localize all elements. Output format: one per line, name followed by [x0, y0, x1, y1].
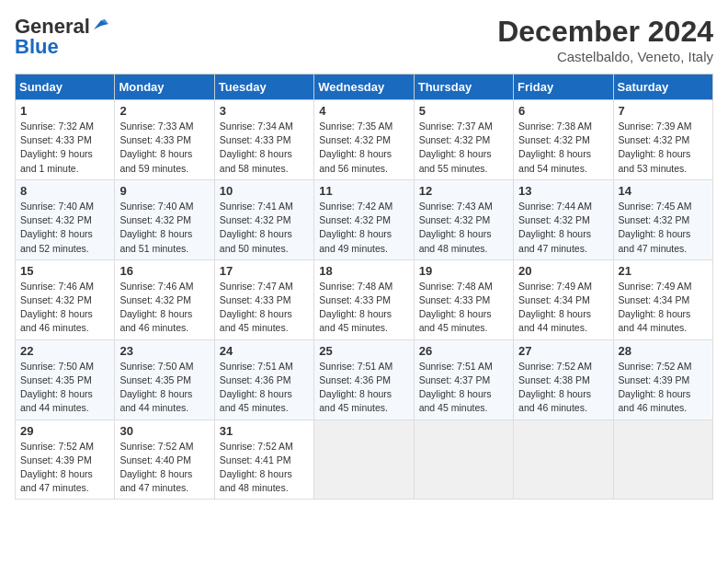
- day-number: 7: [619, 104, 708, 118]
- calendar-header-row: SundayMondayTuesdayWednesdayThursdayFrid…: [16, 75, 713, 100]
- day-number: 16: [119, 264, 209, 278]
- day-number: 3: [220, 104, 309, 118]
- calendar-cell: 25Sunrise: 7:51 AMSunset: 4:36 PMDayligh…: [314, 339, 414, 419]
- calendar-cell: [314, 419, 414, 500]
- cell-details: Sunrise: 7:40 AMSunset: 4:32 PMDaylight:…: [20, 201, 94, 254]
- day-number: 11: [319, 184, 408, 198]
- cell-details: Sunrise: 7:44 AMSunset: 4:32 PMDaylight:…: [518, 201, 592, 254]
- cell-details: Sunrise: 7:40 AMSunset: 4:32 PMDaylight:…: [119, 201, 193, 254]
- calendar-cell: 24Sunrise: 7:51 AMSunset: 4:36 PMDayligh…: [214, 339, 313, 419]
- cell-details: Sunrise: 7:42 AMSunset: 4:32 PMDaylight:…: [319, 201, 392, 254]
- calendar-body: 1Sunrise: 7:32 AMSunset: 4:33 PMDaylight…: [16, 100, 713, 500]
- day-number: 6: [518, 104, 608, 118]
- calendar-cell: 22Sunrise: 7:50 AMSunset: 4:35 PMDayligh…: [16, 339, 115, 419]
- header-sunday: Sunday: [16, 75, 115, 100]
- day-number: 24: [220, 344, 309, 358]
- cell-details: Sunrise: 7:52 AMSunset: 4:40 PMDaylight:…: [119, 441, 193, 494]
- cell-details: Sunrise: 7:51 AMSunset: 4:37 PMDaylight:…: [419, 361, 493, 414]
- day-number: 13: [518, 184, 608, 198]
- calendar-cell: 26Sunrise: 7:51 AMSunset: 4:37 PMDayligh…: [414, 339, 513, 419]
- page-header: General Blue December 2024 Castelbaldo, …: [15, 15, 713, 64]
- calendar-week-4: 22Sunrise: 7:50 AMSunset: 4:35 PMDayligh…: [16, 339, 713, 419]
- day-number: 8: [20, 184, 109, 198]
- day-number: 19: [419, 264, 508, 278]
- calendar-cell: 29Sunrise: 7:52 AMSunset: 4:39 PMDayligh…: [16, 419, 115, 500]
- day-number: 9: [119, 184, 209, 198]
- logo-bird-icon: [92, 17, 108, 33]
- cell-details: Sunrise: 7:50 AMSunset: 4:35 PMDaylight:…: [20, 361, 94, 414]
- cell-details: Sunrise: 7:38 AMSunset: 4:32 PMDaylight:…: [518, 121, 592, 174]
- calendar-cell: 31Sunrise: 7:52 AMSunset: 4:41 PMDayligh…: [214, 419, 313, 500]
- day-number: 20: [518, 264, 608, 278]
- calendar-week-1: 1Sunrise: 7:32 AMSunset: 4:33 PMDaylight…: [16, 100, 713, 180]
- cell-details: Sunrise: 7:37 AMSunset: 4:32 PMDaylight:…: [419, 121, 493, 174]
- day-number: 15: [20, 264, 109, 278]
- day-number: 10: [220, 184, 309, 198]
- cell-details: Sunrise: 7:52 AMSunset: 4:39 PMDaylight:…: [20, 441, 94, 494]
- calendar-cell: 17Sunrise: 7:47 AMSunset: 4:33 PMDayligh…: [214, 259, 313, 339]
- calendar-cell: 5Sunrise: 7:37 AMSunset: 4:32 PMDaylight…: [414, 100, 513, 180]
- calendar-cell: 13Sunrise: 7:44 AMSunset: 4:32 PMDayligh…: [514, 179, 613, 259]
- day-number: 18: [319, 264, 408, 278]
- header-wednesday: Wednesday: [314, 75, 414, 100]
- cell-details: Sunrise: 7:52 AMSunset: 4:38 PMDaylight:…: [518, 361, 592, 414]
- day-number: 27: [518, 344, 608, 358]
- cell-details: Sunrise: 7:32 AMSunset: 4:33 PMDaylight:…: [20, 121, 94, 174]
- calendar-cell: 8Sunrise: 7:40 AMSunset: 4:32 PMDaylight…: [16, 179, 115, 259]
- calendar-cell: 1Sunrise: 7:32 AMSunset: 4:33 PMDaylight…: [16, 100, 115, 180]
- calendar-cell: 19Sunrise: 7:48 AMSunset: 4:33 PMDayligh…: [414, 259, 513, 339]
- calendar-cell: 21Sunrise: 7:49 AMSunset: 4:34 PMDayligh…: [613, 259, 712, 339]
- calendar-cell: 10Sunrise: 7:41 AMSunset: 4:32 PMDayligh…: [214, 179, 313, 259]
- calendar-cell: 2Sunrise: 7:33 AMSunset: 4:33 PMDaylight…: [115, 100, 214, 180]
- header-monday: Monday: [115, 75, 214, 100]
- cell-details: Sunrise: 7:35 AMSunset: 4:32 PMDaylight:…: [319, 121, 392, 174]
- calendar-cell: 27Sunrise: 7:52 AMSunset: 4:38 PMDayligh…: [514, 339, 613, 419]
- calendar-cell: [613, 419, 712, 500]
- calendar-cell: 30Sunrise: 7:52 AMSunset: 4:40 PMDayligh…: [115, 419, 214, 500]
- day-number: 23: [119, 344, 209, 358]
- day-number: 31: [220, 424, 309, 438]
- cell-details: Sunrise: 7:34 AMSunset: 4:33 PMDaylight:…: [220, 121, 293, 174]
- calendar-week-2: 8Sunrise: 7:40 AMSunset: 4:32 PMDaylight…: [16, 179, 713, 259]
- cell-details: Sunrise: 7:43 AMSunset: 4:32 PMDaylight:…: [419, 201, 493, 254]
- cell-details: Sunrise: 7:51 AMSunset: 4:36 PMDaylight:…: [319, 361, 392, 414]
- header-tuesday: Tuesday: [214, 75, 313, 100]
- calendar-cell: 7Sunrise: 7:39 AMSunset: 4:32 PMDaylight…: [613, 100, 712, 180]
- header-saturday: Saturday: [613, 75, 712, 100]
- day-number: 2: [119, 104, 209, 118]
- calendar-cell: 20Sunrise: 7:49 AMSunset: 4:34 PMDayligh…: [514, 259, 613, 339]
- logo: General Blue: [15, 15, 108, 59]
- calendar-cell: [414, 419, 513, 500]
- calendar-cell: 15Sunrise: 7:46 AMSunset: 4:32 PMDayligh…: [16, 259, 115, 339]
- calendar-cell: [514, 419, 613, 500]
- calendar-week-5: 29Sunrise: 7:52 AMSunset: 4:39 PMDayligh…: [16, 419, 713, 500]
- calendar-cell: 16Sunrise: 7:46 AMSunset: 4:32 PMDayligh…: [115, 259, 214, 339]
- calendar-cell: 12Sunrise: 7:43 AMSunset: 4:32 PMDayligh…: [414, 179, 513, 259]
- day-number: 29: [20, 424, 109, 438]
- cell-details: Sunrise: 7:48 AMSunset: 4:33 PMDaylight:…: [419, 281, 493, 334]
- calendar-cell: 3Sunrise: 7:34 AMSunset: 4:33 PMDaylight…: [214, 100, 313, 180]
- day-number: 5: [419, 104, 508, 118]
- calendar-cell: 14Sunrise: 7:45 AMSunset: 4:32 PMDayligh…: [613, 179, 712, 259]
- cell-details: Sunrise: 7:39 AMSunset: 4:32 PMDaylight:…: [619, 121, 692, 174]
- cell-details: Sunrise: 7:51 AMSunset: 4:36 PMDaylight:…: [220, 361, 293, 414]
- day-number: 4: [319, 104, 408, 118]
- cell-details: Sunrise: 7:52 AMSunset: 4:41 PMDaylight:…: [220, 441, 293, 494]
- day-number: 22: [20, 344, 109, 358]
- cell-details: Sunrise: 7:50 AMSunset: 4:35 PMDaylight:…: [119, 361, 193, 414]
- calendar-cell: 11Sunrise: 7:42 AMSunset: 4:32 PMDayligh…: [314, 179, 414, 259]
- cell-details: Sunrise: 7:52 AMSunset: 4:39 PMDaylight:…: [619, 361, 692, 414]
- cell-details: Sunrise: 7:49 AMSunset: 4:34 PMDaylight:…: [619, 281, 692, 334]
- cell-details: Sunrise: 7:47 AMSunset: 4:33 PMDaylight:…: [220, 281, 293, 334]
- cell-details: Sunrise: 7:45 AMSunset: 4:32 PMDaylight:…: [619, 201, 692, 254]
- cell-details: Sunrise: 7:46 AMSunset: 4:32 PMDaylight:…: [119, 281, 193, 334]
- cell-details: Sunrise: 7:41 AMSunset: 4:32 PMDaylight:…: [220, 201, 293, 254]
- day-number: 26: [419, 344, 508, 358]
- cell-details: Sunrise: 7:33 AMSunset: 4:33 PMDaylight:…: [119, 121, 193, 174]
- title-area: December 2024 Castelbaldo, Veneto, Italy: [497, 15, 713, 64]
- location: Castelbaldo, Veneto, Italy: [497, 49, 713, 64]
- logo-blue: Blue: [15, 35, 59, 59]
- day-number: 28: [619, 344, 708, 358]
- day-number: 17: [220, 264, 309, 278]
- cell-details: Sunrise: 7:48 AMSunset: 4:33 PMDaylight:…: [319, 281, 392, 334]
